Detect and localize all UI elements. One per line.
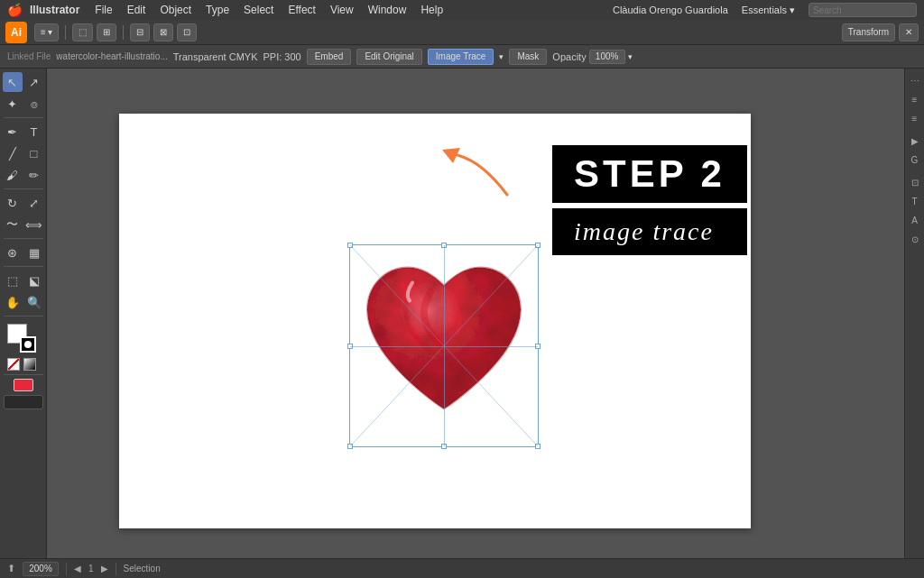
- menu-type[interactable]: Type: [199, 2, 236, 18]
- selected-image[interactable]: [349, 244, 539, 447]
- image-trace-arrow[interactable]: ▾: [499, 52, 504, 61]
- opacity-label: Opacity: [552, 51, 586, 62]
- menu-help[interactable]: Help: [414, 2, 449, 18]
- status-bar: ⬆ ◀ 1 ▶ Selection: [0, 558, 924, 578]
- handle-middle-right[interactable]: [535, 344, 541, 349]
- zoom-input[interactable]: [23, 562, 59, 576]
- slice-tool[interactable]: ⬕: [24, 271, 44, 290]
- handle-middle-left[interactable]: [347, 344, 353, 349]
- image-trace-button[interactable]: Image Trace: [428, 49, 494, 65]
- toolbar-sep-2: [123, 25, 124, 40]
- cross-horizontal: [350, 346, 538, 347]
- embed-button[interactable]: Embed: [307, 49, 352, 65]
- current-tool: Selection: [124, 564, 161, 573]
- distribute2-btn[interactable]: ⊡: [177, 23, 197, 41]
- opacity-input[interactable]: [589, 50, 625, 64]
- handle-top-right[interactable]: [535, 243, 541, 248]
- distribute-btn[interactable]: ⊠: [153, 23, 173, 41]
- status-icon[interactable]: ⬆: [7, 563, 15, 574]
- none-color[interactable]: [7, 358, 20, 371]
- menu-file[interactable]: File: [88, 2, 118, 18]
- align-icon-btn[interactable]: ⊞: [97, 23, 116, 41]
- width-tool[interactable]: ⟺: [24, 215, 44, 234]
- right-panel: ⋯ ≡ ≡ ▶ G ⊡ T A ⊙: [904, 69, 924, 558]
- warp-tool[interactable]: 〜: [3, 215, 23, 234]
- zoom-tool[interactable]: 🔍: [24, 292, 44, 312]
- edit-original-button[interactable]: Edit Original: [356, 49, 421, 65]
- extra-btn[interactable]: ✕: [899, 23, 919, 41]
- essentials-btn[interactable]: Essentials ▾: [735, 3, 801, 18]
- transform-icon-btn[interactable]: ⬚: [72, 23, 93, 41]
- menu-effect[interactable]: Effect: [282, 2, 321, 18]
- apple-menu[interactable]: 🍎: [7, 3, 23, 17]
- handle-bottom-middle[interactable]: [441, 444, 447, 449]
- step-annotation: STEP 2 image trace: [552, 145, 747, 255]
- artboard-prev[interactable]: ◀: [74, 564, 81, 573]
- app-name: Illustrator: [30, 4, 79, 16]
- tool-sep-4: [4, 266, 43, 267]
- step-subtitle-box: image trace: [552, 208, 747, 255]
- scale-tool[interactable]: ⤢: [24, 193, 44, 213]
- handle-top-middle[interactable]: [441, 243, 447, 248]
- symbol-tool[interactable]: ⊛: [3, 243, 23, 262]
- direct-selection-tool[interactable]: ↗: [24, 72, 44, 92]
- right-panel-btn-5[interactable]: G: [907, 151, 923, 168]
- stroke-color[interactable]: [20, 336, 36, 353]
- selection-box: [349, 244, 539, 447]
- pathfinder-btn[interactable]: ⊟: [130, 23, 150, 41]
- arrangement-dropdown[interactable]: ≡ ▾: [34, 23, 59, 41]
- right-panel-btn-4[interactable]: ▶: [907, 133, 923, 149]
- artboard-tool[interactable]: ⬚: [3, 271, 23, 290]
- paintbrush-tool[interactable]: 🖌: [3, 165, 23, 185]
- tool-sep-6: [4, 374, 43, 375]
- right-panel-btn-9[interactable]: ⊙: [907, 231, 923, 247]
- type-tool[interactable]: T: [24, 122, 44, 142]
- menu-object[interactable]: Object: [153, 2, 198, 18]
- transform-panel-btn[interactable]: Transform: [842, 23, 895, 41]
- pencil-tool[interactable]: ✏: [24, 165, 44, 185]
- right-panel-btn-2[interactable]: ≡: [907, 91, 923, 107]
- status-sep-1: [66, 563, 67, 575]
- right-panel-btn-6[interactable]: ⊡: [907, 174, 923, 190]
- menu-select[interactable]: Select: [237, 2, 280, 18]
- selection-tool[interactable]: ↖: [3, 72, 23, 92]
- arrangement-arrow: ▾: [48, 27, 52, 37]
- rotate-tool[interactable]: ↻: [3, 193, 23, 213]
- right-panel-btn-1[interactable]: ⋯: [907, 72, 923, 88]
- search-input[interactable]: [808, 3, 917, 17]
- pen-tool[interactable]: ✒: [3, 122, 23, 142]
- stroke-red: [14, 379, 33, 391]
- opacity-control: Opacity ▾: [552, 50, 632, 64]
- menu-view[interactable]: View: [324, 2, 360, 18]
- cross-diagonals: [350, 245, 538, 446]
- step-title-box: STEP 2: [552, 145, 747, 203]
- mask-button[interactable]: Mask: [509, 49, 547, 65]
- right-panel-btn-3[interactable]: ≡: [907, 110, 923, 126]
- hand-tool[interactable]: ✋: [3, 292, 23, 312]
- toolbox: ↖ ↗ ✦ ⌾ ✒ T ╱ □ 🖌 ✏ ↻ ⤢ 〜 ⟺ ⊛: [0, 69, 47, 558]
- gradient-color[interactable]: [23, 358, 36, 371]
- handle-bottom-right[interactable]: [535, 444, 541, 449]
- artboard-next[interactable]: ▶: [101, 564, 108, 573]
- right-panel-btn-8[interactable]: A: [907, 212, 923, 228]
- canvas-area[interactable]: STEP 2 image trace: [47, 69, 904, 558]
- handle-top-left[interactable]: [347, 243, 353, 248]
- arrangement-icon: ≡: [41, 27, 46, 37]
- file-name: watercolor-heart-illustratio...: [56, 51, 167, 61]
- handle-bottom-left[interactable]: [347, 444, 353, 449]
- user-name: Clàudia Orengo Guardiola: [613, 5, 728, 15]
- rect-tool[interactable]: □: [24, 143, 44, 163]
- mode-btn[interactable]: [4, 395, 43, 409]
- main-toolbar: Ai ≡ ▾ ⬚ ⊞ ⊟ ⊠ ⊡ Transform ✕: [0, 20, 924, 45]
- menu-window[interactable]: Window: [362, 2, 413, 18]
- status-sep-2: [116, 563, 116, 575]
- menu-edit[interactable]: Edit: [121, 2, 152, 18]
- magic-wand-tool[interactable]: ✦: [3, 94, 23, 114]
- right-panel-btn-7[interactable]: T: [907, 193, 923, 209]
- tool-sep-1: [4, 117, 43, 118]
- opacity-arrow[interactable]: ▾: [628, 52, 633, 61]
- line-tool[interactable]: ╱: [3, 143, 23, 163]
- ppi-value: PPI: 300: [263, 51, 300, 62]
- column-graph-tool[interactable]: ▦: [24, 243, 44, 262]
- lasso-tool[interactable]: ⌾: [24, 94, 44, 114]
